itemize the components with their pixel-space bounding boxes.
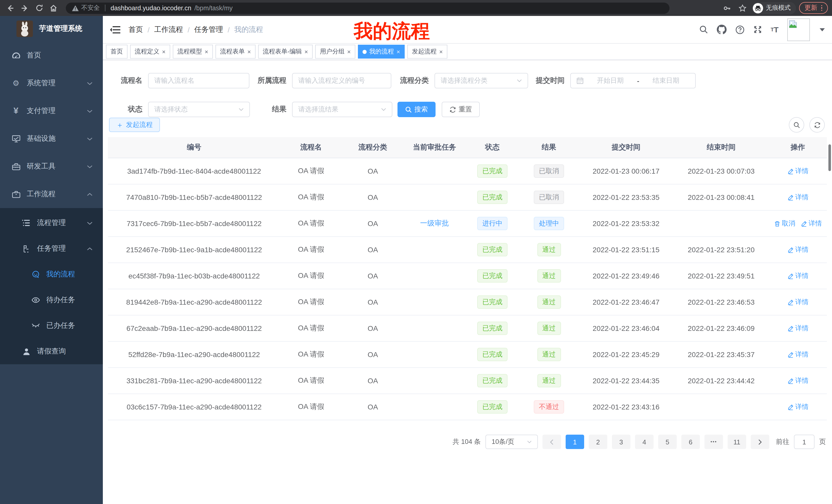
github-icon[interactable] [717,25,726,34]
sidebar-item-task-mgmt[interactable]: 任务管理 [0,236,103,261]
page-size-select[interactable]: 10条/页 [486,435,538,449]
tab-用户分组[interactable]: 用户分组× [315,45,355,59]
detail-action-link[interactable]: 详情 [800,219,822,228]
tab-首页[interactable]: 首页 [106,45,128,59]
refresh-table-button[interactable] [809,117,825,133]
detail-action-link[interactable]: 详情 [787,350,809,359]
date-separator: - [637,77,640,85]
sidebar-toggle-icon[interactable] [110,25,121,34]
tab-流程模型[interactable]: 流程模型× [173,45,213,59]
sidebar-item-system[interactable]: ⚙ 系统管理 [0,69,103,97]
sidebar-item-todo-tasks[interactable]: 待办任务 [0,287,103,313]
tab-close-icon[interactable]: × [247,48,251,55]
sidebar-item-infrastructure[interactable]: 基础设施 [0,125,103,152]
key-icon[interactable] [721,2,733,14]
tab-close-icon[interactable]: × [396,48,400,55]
result-cell: 不通过 [519,400,578,414]
tab-label: 首页 [110,47,123,56]
breadcrumb-item[interactable]: 首页 [129,25,143,34]
cancel-action-link[interactable]: 取消 [774,219,795,228]
process-name-cell: OA 请假 [280,324,342,333]
forward-icon[interactable] [19,2,31,14]
home-icon[interactable] [47,2,60,14]
page-button-2[interactable]: 2 [589,435,607,449]
scrollbar-thumb[interactable] [828,144,831,171]
action-label: 详情 [795,271,809,281]
show-search-button[interactable] [789,117,804,133]
submit-time-range-picker[interactable]: 开始日期 - 结束日期 [570,73,696,88]
sidebar-item-done-tasks[interactable]: 已办任务 [0,313,103,339]
fullscreen-icon[interactable] [753,25,762,34]
page-button-5[interactable]: 5 [658,435,677,449]
reset-button[interactable]: 重置 [442,102,480,117]
trash-icon [774,220,780,227]
page-button-11[interactable]: 11 [728,435,746,449]
tab-流程表单[interactable]: 流程表单× [215,45,256,59]
avatar[interactable] [787,18,810,41]
goto-page-input[interactable]: 1 [794,435,814,449]
next-page-button[interactable] [751,435,769,449]
detail-action-link[interactable]: 详情 [787,166,809,176]
app-logo[interactable]: 芋道管理系统 [0,16,103,41]
category-select[interactable]: 请选择流程分类 [435,73,528,88]
status-cell: 已完成 [465,164,519,178]
result-select[interactable]: 请选择流结果 [292,102,392,117]
security-warning[interactable]: 不安全 [72,4,100,12]
page-button-1[interactable]: 1 [566,435,584,449]
result-cell: 通过 [519,295,578,309]
status-badge: 已完成 [477,243,508,257]
page-button-4[interactable]: 4 [635,435,654,449]
tab-流程表单-编辑[interactable]: 流程表单-编辑× [258,45,313,59]
page-button-3[interactable]: 3 [612,435,630,449]
detail-action-link[interactable]: 详情 [787,402,809,412]
tab-close-icon[interactable]: × [162,48,165,55]
sidebar-item-payment[interactable]: ¥ 支付管理 [0,97,103,125]
detail-action-link[interactable]: 详情 [787,324,809,333]
user-icon [21,347,32,355]
sidebar-item-home[interactable]: 首页 [0,41,103,69]
help-icon[interactable] [735,25,744,34]
bookmark-star-icon[interactable] [736,2,749,14]
result-badge: 通过 [537,269,561,283]
address-bar[interactable]: 不安全 dashboard.yudao.iocoder.cn/bpm/task/… [66,2,670,13]
detail-action-link[interactable]: 详情 [787,376,809,385]
back-icon[interactable] [4,2,17,14]
process-definition-input[interactable]: 请输入流程定义的编号 [292,73,391,88]
detail-action-link[interactable]: 详情 [787,298,809,307]
process-name-input[interactable]: 请输入流程名 [148,73,250,88]
detail-action-link[interactable]: 详情 [787,271,809,281]
tab-发起流程[interactable]: 发起流程× [407,45,447,59]
search-button[interactable]: 搜索 [397,102,436,117]
update-button[interactable]: 更新 [799,2,828,14]
reload-icon[interactable] [33,2,45,14]
detail-action-link[interactable]: 详情 [787,193,809,202]
status-cell: 已完成 [465,400,519,414]
breadcrumb-item[interactable]: 工作流程 [154,25,183,34]
dashboard-icon [10,52,22,59]
avatar-dropdown-icon[interactable] [820,28,825,31]
tab-我的流程[interactable]: 我的流程× [358,45,405,59]
tab-close-icon[interactable]: × [439,48,443,55]
page-buttons: 123456•••11 [566,435,746,449]
tab-close-icon[interactable]: × [305,48,308,55]
sidebar-item-my-process[interactable]: 我的流程 [0,261,103,287]
search-icon[interactable] [699,25,708,34]
current-task-link[interactable]: 一级审批 [420,219,449,227]
tab-流程定义[interactable]: 流程定义× [130,45,170,59]
page-button-6[interactable]: 6 [681,435,700,449]
tab-close-icon[interactable]: × [347,48,351,55]
prev-page-button[interactable] [543,435,561,449]
browser-menu-icon[interactable] [821,5,822,11]
detail-action-link[interactable]: 详情 [787,245,809,254]
page-ellipsis[interactable]: ••• [704,435,723,449]
tab-close-icon[interactable]: × [205,48,208,55]
sidebar-item-devtools[interactable]: 研发工具 [0,152,103,180]
sidebar-item-workflow[interactable]: 工作流程 [0,180,103,208]
sidebar-item-process-mgmt[interactable]: 流程管理 [0,210,103,236]
sidebar-item-leave-query[interactable]: 请假查询 [0,339,103,364]
font-size-icon[interactable]: TT [771,25,779,34]
incognito-badge[interactable]: 无痕模式 [752,2,796,14]
breadcrumb-item[interactable]: 任务管理 [194,25,223,34]
status-select[interactable]: 请选择状态 [148,102,250,117]
create-process-button[interactable]: ＋ 发起流程 [109,118,160,132]
